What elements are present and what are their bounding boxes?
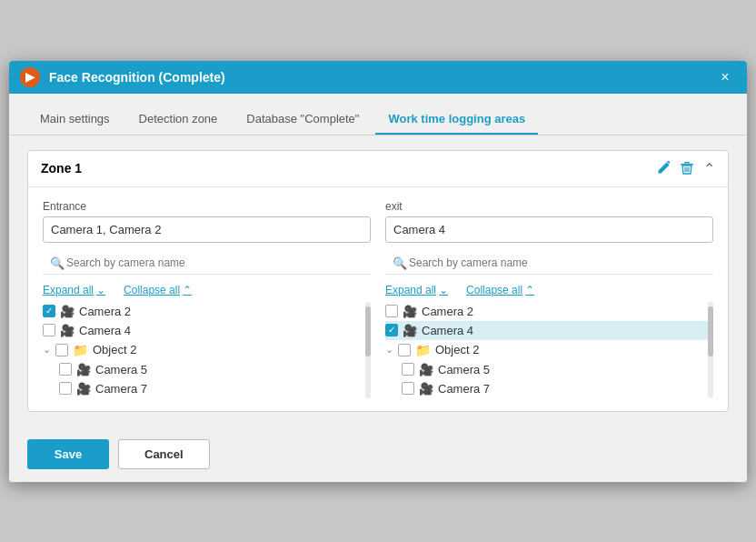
two-col-layout: Entrance 🔍 Expand all ⌄ xyxy=(43,200,713,398)
dialog-footer: Save Cancel xyxy=(9,427,747,482)
list-item: 🎥 Camera 4 xyxy=(385,321,713,340)
exit-expand-all[interactable]: Expand all ⌄ xyxy=(385,284,448,296)
entrance-column: Entrance 🔍 Expand all ⌄ xyxy=(43,200,371,398)
exit-input[interactable] xyxy=(385,216,713,243)
chevron-down-icon[interactable]: ⌄ xyxy=(43,344,51,356)
camera-icon: 🎥 xyxy=(403,305,417,318)
entrance-input[interactable] xyxy=(43,216,371,243)
svg-rect-1 xyxy=(684,162,690,164)
folder-icon: 📁 xyxy=(73,343,88,357)
item-label: Camera 5 xyxy=(438,363,490,376)
camera-icon: 🎥 xyxy=(403,324,417,337)
zone-card: Zone 1 xyxy=(27,150,729,412)
app-icon: ▶ xyxy=(20,67,40,87)
cancel-button[interactable]: Cancel xyxy=(118,439,210,469)
entrance-search-icon: 🔍 xyxy=(50,256,65,270)
entrance-collapse-all[interactable]: Collapse all ⌃ xyxy=(124,284,192,296)
item-label: Object 2 xyxy=(93,343,136,356)
camera-icon: 🎥 xyxy=(419,363,433,376)
tab-database-complete[interactable]: Database "Complete" xyxy=(234,105,372,135)
camera-icon: 🎥 xyxy=(76,363,91,376)
dialog: ▶ Face Recognition (Complete) × Main set… xyxy=(9,61,747,482)
list-item: ⌄ 📁 Object 2 xyxy=(43,340,371,360)
list-item: 🎥 Camera 4 xyxy=(43,321,371,340)
item-label: Camera 2 xyxy=(422,305,473,318)
entrance-search-box: 🔍 xyxy=(43,252,371,275)
exit-search-box: 🔍 xyxy=(385,252,713,275)
exit-camera4-checkbox[interactable] xyxy=(385,324,398,336)
tab-bar: Main settings Detection zone Database "C… xyxy=(9,94,747,136)
title-bar: ▶ Face Recognition (Complete) × xyxy=(9,61,747,94)
camera-icon: 🎥 xyxy=(60,305,75,318)
list-item: 🎥 Camera 2 xyxy=(43,302,371,321)
entrance-camera2-checkbox[interactable] xyxy=(43,305,55,317)
list-item: 🎥 Camera 2 xyxy=(385,302,713,321)
exit-camera5-checkbox[interactable] xyxy=(402,363,414,376)
exit-camera2-checkbox[interactable] xyxy=(385,305,398,317)
collapse-zone-button[interactable]: ⌃ xyxy=(703,160,715,177)
tab-main-settings[interactable]: Main settings xyxy=(27,105,123,135)
exit-scrollbar[interactable] xyxy=(708,302,713,398)
exit-expand-collapse: Expand all ⌄ Collapse all ⌃ xyxy=(385,280,713,302)
camera-icon: 🎥 xyxy=(419,382,433,396)
exit-object2-checkbox[interactable] xyxy=(398,344,411,356)
svg-rect-0 xyxy=(681,164,693,166)
zone-body: Entrance 🔍 Expand all ⌄ xyxy=(28,187,728,411)
tab-work-time-logging[interactable]: Work time logging areas xyxy=(375,105,538,135)
list-item: 🎥 Camera 5 xyxy=(43,360,371,379)
zone-actions: ⌃ xyxy=(656,160,715,177)
exit-label: exit xyxy=(385,200,713,213)
exit-search-input[interactable] xyxy=(385,252,713,275)
entrance-camera7-checkbox[interactable] xyxy=(59,382,72,395)
exit-collapse-all[interactable]: Collapse all ⌃ xyxy=(466,284,534,296)
delete-zone-button[interactable] xyxy=(680,161,694,176)
zone-title: Zone 1 xyxy=(41,161,656,176)
list-item: 🎥 Camera 7 xyxy=(43,379,371,398)
item-label: Camera 2 xyxy=(79,305,131,318)
tab-detection-zone[interactable]: Detection zone xyxy=(126,105,231,135)
folder-icon: 📁 xyxy=(415,343,431,357)
entrance-scrollbar-thumb xyxy=(365,306,371,356)
list-item: 🎥 Camera 7 xyxy=(385,379,713,398)
item-label: Object 2 xyxy=(435,343,479,356)
entrance-expand-all[interactable]: Expand all ⌄ xyxy=(43,284,105,296)
edit-zone-button[interactable] xyxy=(656,161,671,176)
entrance-object2-checkbox[interactable] xyxy=(55,344,68,356)
entrance-scrollbar[interactable] xyxy=(365,302,371,398)
entrance-label: Entrance xyxy=(43,200,371,213)
list-item: 🎥 Camera 5 xyxy=(385,360,713,379)
entrance-tree: 🎥 Camera 2 🎥 Camera 4 ⌄ xyxy=(43,302,371,398)
exit-search-icon: 🔍 xyxy=(393,256,407,270)
dialog-title: Face Recognition (Complete) xyxy=(49,70,714,85)
item-label: Camera 7 xyxy=(438,382,490,396)
item-label: Camera 4 xyxy=(422,324,473,337)
dialog-body: Zone 1 xyxy=(9,136,747,427)
list-item: ⌄ 📁 Object 2 xyxy=(385,340,713,360)
item-label: Camera 5 xyxy=(95,363,147,376)
entrance-camera5-checkbox[interactable] xyxy=(59,363,72,376)
item-label: Camera 7 xyxy=(95,382,147,396)
chevron-down-icon[interactable]: ⌄ xyxy=(385,344,393,356)
exit-tree: 🎥 Camera 2 🎥 Camera 4 ⌄ xyxy=(385,302,713,398)
camera-icon: 🎥 xyxy=(76,382,91,396)
exit-camera7-checkbox[interactable] xyxy=(402,382,414,395)
exit-scrollbar-thumb xyxy=(708,306,713,356)
entrance-expand-collapse: Expand all ⌄ Collapse all ⌃ xyxy=(43,280,371,302)
entrance-camera4-checkbox[interactable] xyxy=(43,324,55,336)
zone-header: Zone 1 xyxy=(28,151,728,187)
save-button[interactable]: Save xyxy=(27,439,109,469)
close-button[interactable]: × xyxy=(714,66,736,88)
camera-icon: 🎥 xyxy=(60,324,75,337)
entrance-search-input[interactable] xyxy=(43,252,371,275)
exit-column: exit 🔍 Expand all ⌄ Col xyxy=(385,200,713,398)
item-label: Camera 4 xyxy=(79,324,131,337)
